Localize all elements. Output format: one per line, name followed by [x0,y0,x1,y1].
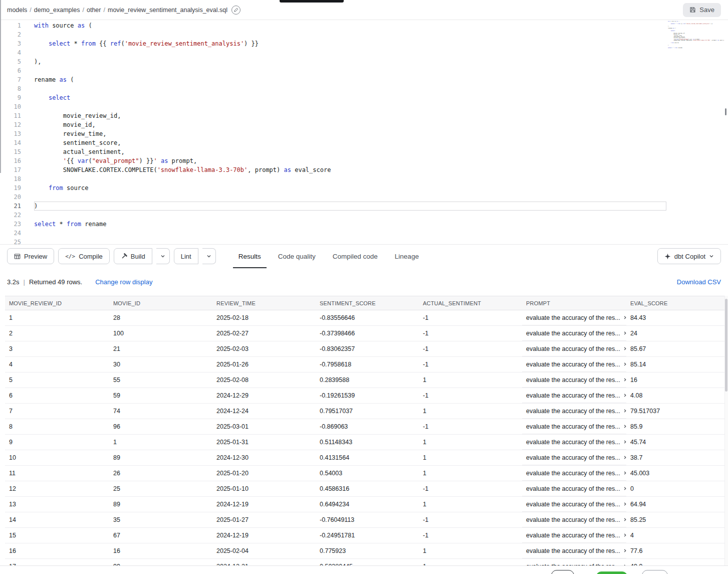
editor-scrollbar-thumb[interactable] [725,108,726,115]
cell-actual_sentiment: -1 [419,481,522,497]
line-number: 21 [0,202,21,211]
code-token: {{ [67,157,78,164]
dbt-ide-window: models/demo_examples/other/movie_review_… [0,0,728,574]
code-token: * [56,221,67,228]
breadcrumb-item[interactable]: demo_examples [34,7,80,14]
build-button[interactable]: Build [114,248,152,264]
line-number: 4 [0,48,21,57]
code-token: SNOWFLAKE.CORTEX.COMPLETE( [668,40,692,41]
build-dropdown-button[interactable] [156,248,170,264]
prompt-cell-content: evaluate the accuracy of the res... [522,419,626,434]
table-row: 1282025-02-18-0.83556646-1evaluate the a… [5,310,728,326]
code-line: select * from {{ ref('movie_review_senti… [34,39,728,48]
line-number: 1 [0,21,21,30]
cell-movie_review_id: 7 [5,404,109,419]
line-number: 13 [0,129,21,138]
column-header-sentiment_score[interactable]: SENTIMENT_SCORE [316,296,419,310]
column-header-eval_score[interactable]: EVAL_SCORE [626,296,728,310]
prompt-expand-icon[interactable] [623,517,626,522]
prompt-expand-icon[interactable] [623,409,626,413]
lint-dropdown-button[interactable] [202,248,216,264]
breadcrumb-item[interactable]: models [7,7,27,14]
column-header-prompt[interactable]: PROMPT [522,296,626,310]
footer-outline-button[interactable] [551,570,574,574]
prompt-expand-icon[interactable] [623,331,626,335]
cell-eval_score: 38.7 [626,450,728,466]
build-button-group: Build [114,248,170,264]
code-token: ( [85,22,92,29]
column-header-actual_sentiment[interactable]: ACTUAL_SENTIMENT [419,296,522,310]
cell-eval_score: 45.74 [626,435,728,450]
action-toolbar: Preview </> Compile Build Lint Results [0,244,728,268]
compile-button[interactable]: </> Compile [58,248,110,264]
cell-movie_id: 28 [109,310,212,326]
prompt-cell-content: evaluate the accuracy of the res... [522,450,626,465]
prompt-expand-icon[interactable] [623,533,626,537]
lint-button-label: Lint [181,253,191,260]
code-line [34,48,728,57]
tab-compiled-code-label: Compiled code [333,253,378,260]
table-row: 6592024-12-29-0.19261539-1evaluate the a… [5,388,728,404]
query-duration: 3.2s [7,278,20,286]
line-number: 23 [0,220,21,229]
hammer-icon [121,253,127,260]
column-header-review_time[interactable]: REVIEW_TIME [212,296,316,310]
cell-movie_review_id: 11 [5,466,109,481]
tab-lineage[interactable]: Lineage [386,245,427,268]
prompt-expand-icon[interactable] [623,362,626,366]
prompt-expand-icon[interactable] [623,424,626,429]
prompt-text: evaluate the accuracy of the res... [526,345,620,352]
dbt-copilot-button[interactable]: dbt Copilot [657,248,721,264]
code-line: ) [34,202,666,211]
change-row-display-link[interactable]: Change row display [95,278,152,286]
save-button[interactable]: Save [683,3,721,17]
prompt-expand-icon[interactable] [623,377,626,382]
tab-code-quality[interactable]: Code quality [270,245,324,268]
results-panel: MOVIE_REVIEW_IDMOVIE_IDREVIEW_TIMESENTIM… [0,296,728,565]
prompt-expand-icon[interactable] [623,455,626,460]
line-number: 16 [0,156,21,165]
prompt-expand-icon[interactable] [623,502,626,506]
cell-actual_sentiment: 1 [419,559,522,566]
lint-button[interactable]: Lint [174,248,198,264]
edit-circle-icon[interactable] [231,6,240,15]
cell-movie_review_id: 16 [5,543,109,559]
status-separator: | [24,278,25,286]
column-header-movie_id[interactable]: MOVIE_ID [109,296,212,310]
cell-sentiment_score: 0.51148343 [316,435,419,450]
code-line [34,30,728,39]
sql-editor[interactable]: 1234567891011121314151617181920212223242… [0,20,728,244]
prompt-expand-icon[interactable] [623,315,626,320]
results-tabs: Results Code quality Compiled code Linea… [230,245,427,268]
tab-compiled-code[interactable]: Compiled code [324,245,386,268]
prompt-text: evaluate the accuracy of the res... [526,392,620,399]
results-scrollbar-thumb[interactable] [725,299,727,392]
minimap-content: with source as ( select * from {{ ref('m… [668,21,724,51]
column-header-movie_review_id[interactable]: MOVIE_REVIEW_ID [5,296,109,310]
line-number: 8 [0,84,21,93]
code-lines[interactable]: with source as ( select * from {{ ref('m… [21,21,728,244]
download-csv-link[interactable]: Download CSV [677,278,721,286]
footer-outline-button-2[interactable] [642,570,668,574]
prompt-expand-icon[interactable] [623,548,626,553]
breadcrumb-item[interactable]: other [87,7,101,14]
footer-green-status-pill[interactable] [596,571,627,574]
results-scrollbar[interactable] [724,296,728,565]
table-row: 5552025-02-080.28395881evaluate the accu… [5,372,728,388]
preview-button[interactable]: Preview [7,248,54,264]
code-token: select [668,47,672,49]
prompt-expand-icon[interactable] [623,393,626,398]
prompt-expand-icon[interactable] [623,471,626,475]
code-token: ) }} [710,23,713,25]
line-number: 22 [0,211,21,220]
cell-movie_id: 26 [109,466,212,481]
prompt-text: evaluate the accuracy of the res... [526,330,620,337]
code-token: source [671,21,677,22]
cell-review_time: 2024-12-19 [212,497,316,512]
editor-minimap[interactable]: with source as ( select * from {{ ref('m… [668,21,724,51]
cell-movie_review_id: 3 [5,341,109,357]
prompt-expand-icon[interactable] [623,440,626,444]
tab-results[interactable]: Results [230,245,270,268]
prompt-expand-icon[interactable] [623,486,626,491]
prompt-expand-icon[interactable] [623,346,626,351]
